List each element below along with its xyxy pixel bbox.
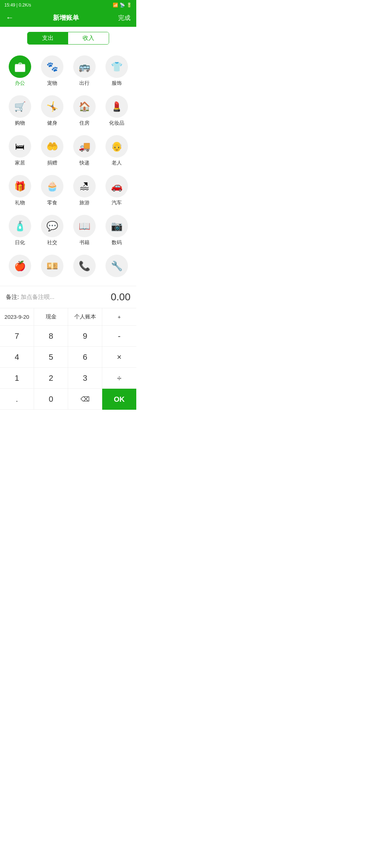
battery-icon: 🔋 <box>126 3 132 8</box>
category-item[interactable]: 💼办公 <box>4 52 36 92</box>
category-item[interactable]: 🚗汽车 <box>100 171 133 211</box>
category-item[interactable]: 💬社交 <box>36 211 68 251</box>
tab-income[interactable]: 收入 <box>68 32 109 44</box>
category-item[interactable]: 👕服饰 <box>100 52 133 92</box>
status-bar: 15:49 | 0.2K/s 📶 📡 🔋 <box>0 0 136 10</box>
category-label: 老人 <box>112 160 122 166</box>
ok-button[interactable]: OK <box>102 389 136 410</box>
category-label: 旅游 <box>79 200 90 206</box>
category-label: 书籍 <box>79 239 90 246</box>
category-item[interactable]: 📖书籍 <box>68 211 100 251</box>
category-item[interactable]: 🛒购物 <box>4 92 36 132</box>
calc-key-3[interactable]: 3 <box>68 368 102 389</box>
status-time: 15:49 | 0.2K/s <box>4 3 31 8</box>
category-item[interactable]: 📞 <box>68 251 100 284</box>
calc-keys: 789-456×123÷.0⌫OK <box>0 326 136 410</box>
calc-key-6[interactable]: 6 <box>68 347 102 368</box>
status-icons: 📶 📡 🔋 <box>113 3 132 8</box>
calc-info-1[interactable]: 现金 <box>34 308 68 325</box>
category-label: 出行 <box>79 80 90 87</box>
category-label: 数码 <box>112 239 122 246</box>
category-label: 宠物 <box>47 80 57 87</box>
calculator: 2023-9-20现金个人账本+ 789-456×123÷.0⌫OK <box>0 308 136 410</box>
calc-key-8[interactable]: 8 <box>34 326 68 347</box>
category-label: 捐赠 <box>47 160 57 166</box>
top-nav: ← 新增账单 完成 <box>0 10 136 27</box>
category-item[interactable]: 🤸健身 <box>36 92 68 132</box>
category-item[interactable]: 💄化妆品 <box>100 92 133 132</box>
category-item[interactable]: 🧁零食 <box>36 171 68 211</box>
calc-key-4[interactable]: 4 <box>0 347 34 368</box>
delete-button[interactable]: ⌫ <box>68 389 102 410</box>
calc-plus-key[interactable]: + <box>102 308 136 325</box>
category-item[interactable]: 🏖旅游 <box>68 171 100 211</box>
category-item[interactable]: 🍎 <box>4 251 36 284</box>
calc-key-1[interactable]: 1 <box>0 368 34 389</box>
category-item[interactable]: 🚚快递 <box>68 132 100 171</box>
tab-group: 支出 收入 <box>27 32 109 45</box>
signal-icon: 📶 <box>113 3 118 8</box>
remark-field[interactable]: 备注: 加点备注呗... <box>6 293 54 301</box>
category-item[interactable]: 🛏家居 <box>4 132 36 171</box>
category-label: 快递 <box>79 160 90 166</box>
category-label: 零食 <box>47 200 57 206</box>
category-label: 社交 <box>47 239 57 246</box>
remark-label: 备注: <box>6 294 19 300</box>
calc-key-×[interactable]: × <box>102 347 136 368</box>
category-item[interactable]: 💴 <box>36 251 68 284</box>
remark-placeholder: 加点备注呗... <box>21 294 54 300</box>
tab-expense[interactable]: 支出 <box>28 32 68 44</box>
category-label: 汽车 <box>112 200 122 206</box>
category-label: 健身 <box>47 120 57 126</box>
category-item[interactable]: 🚌出行 <box>68 52 100 92</box>
back-button[interactable]: ← <box>6 13 14 22</box>
category-item[interactable]: 🏠住房 <box>68 92 100 132</box>
category-item[interactable]: 🧴日化 <box>4 211 36 251</box>
calc-key-÷[interactable]: ÷ <box>102 368 136 389</box>
category-item[interactable]: 🤲捐赠 <box>36 132 68 171</box>
calc-key--[interactable]: - <box>102 326 136 347</box>
wifi-icon: 📡 <box>120 3 125 8</box>
category-label: 服饰 <box>112 80 122 87</box>
calc-key-0[interactable]: 0 <box>34 389 68 410</box>
category-label: 化妆品 <box>109 120 124 126</box>
calc-key-7[interactable]: 7 <box>0 326 34 347</box>
amount-display: 0.00 <box>111 291 131 303</box>
calc-top-row: 2023-9-20现金个人账本+ <box>0 308 136 326</box>
category-item[interactable]: 📷数码 <box>100 211 133 251</box>
calc-key-2[interactable]: 2 <box>34 368 68 389</box>
category-grid: 💼办公🐾宠物🚌出行👕服饰🛒购物🤸健身🏠住房💄化妆品🛏家居🤲捐赠🚚快递👴老人🎁礼物… <box>0 48 136 284</box>
category-label: 礼物 <box>15 200 25 206</box>
page-title: 新增账单 <box>53 13 79 22</box>
category-label: 日化 <box>15 239 25 246</box>
calc-key-.[interactable]: . <box>0 389 34 410</box>
remark-bar: 备注: 加点备注呗... 0.00 <box>0 286 136 308</box>
category-item[interactable]: 🎁礼物 <box>4 171 36 211</box>
calc-key-5[interactable]: 5 <box>34 347 68 368</box>
calc-key-9[interactable]: 9 <box>68 326 102 347</box>
category-label: 购物 <box>15 120 25 126</box>
calc-info-0[interactable]: 2023-9-20 <box>0 308 34 325</box>
category-label: 住房 <box>79 120 90 126</box>
calc-info-2[interactable]: 个人账本 <box>68 308 102 325</box>
category-item[interactable]: 🔧 <box>100 251 133 284</box>
category-label: 家居 <box>15 160 25 166</box>
done-button[interactable]: 完成 <box>118 14 130 22</box>
category-item[interactable]: 👴老人 <box>100 132 133 171</box>
category-item[interactable]: 🐾宠物 <box>36 52 68 92</box>
category-label: 办公 <box>15 80 25 87</box>
tab-switcher: 支出 收入 <box>0 27 136 48</box>
